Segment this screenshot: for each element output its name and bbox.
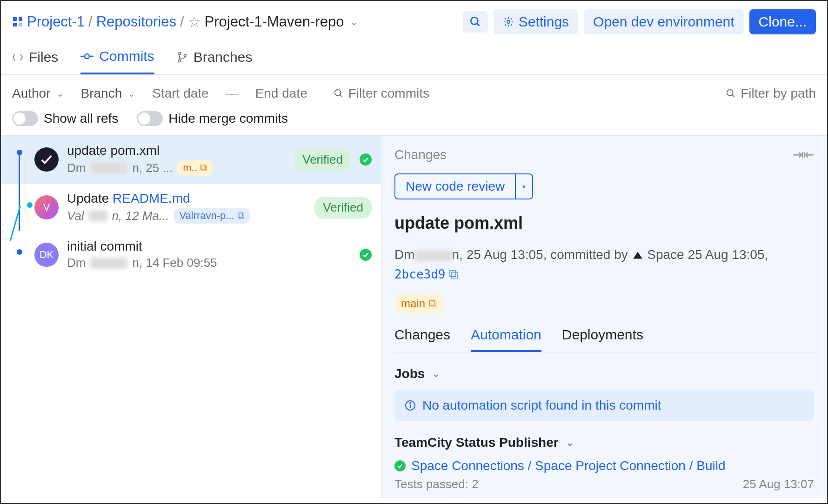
commit-item[interactable]: DK initial commit Dmn, 14 Feb 09:55 — [1, 232, 381, 278]
avatar: DK — [34, 243, 59, 267]
space-icon — [632, 250, 644, 262]
jobs-info-banner: No automation script found in this commi… — [394, 390, 814, 421]
toggles-row: Show all refs Hide merge commits — [1, 106, 827, 135]
breadcrumb-sep: / — [88, 13, 93, 30]
svg-point-10 — [178, 53, 180, 55]
new-code-review-button[interactable]: New code review — [394, 173, 516, 199]
breadcrumb-repositories[interactable]: Repositories — [96, 13, 176, 30]
svg-point-7 — [85, 54, 89, 59]
tests-passed: Tests passed: 2 — [394, 477, 479, 491]
svg-rect-0 — [13, 17, 17, 21]
gear-icon — [503, 16, 514, 27]
verified-badge: Verified — [294, 149, 351, 171]
tab-deployments[interactable]: Deployments — [562, 327, 643, 352]
hide-merge-toggle[interactable]: Hide merge commits — [137, 111, 288, 126]
branch-chip[interactable]: main⧉ — [394, 294, 443, 313]
commit-title: Update README.md — [67, 191, 306, 206]
open-dev-button[interactable]: Open dev environment — [584, 9, 744, 34]
breadcrumb-repo[interactable]: Project-1-Maven-repo — [205, 13, 344, 30]
svg-point-11 — [178, 60, 180, 62]
commit-item[interactable]: update pom.xml Dmn, 25 ... m..⧉ Verified — [1, 136, 381, 184]
tab-commits[interactable]: Commits — [80, 48, 154, 74]
info-icon — [405, 400, 416, 411]
breadcrumb-sep: / — [180, 13, 184, 30]
branch-chip[interactable]: Valrravn-p...⧉ — [174, 208, 250, 224]
search-button[interactable] — [463, 11, 488, 33]
filter-commits-input[interactable]: Filter commits — [334, 86, 429, 101]
svg-rect-2 — [13, 23, 17, 27]
repo-tabs: Files Commits Branches — [1, 43, 827, 75]
settings-button[interactable]: Settings — [494, 9, 578, 34]
chevron-down-icon: ⌄ — [566, 437, 574, 448]
status-success-icon — [394, 460, 406, 471]
branch-chip[interactable]: m..⧉ — [177, 160, 213, 176]
svg-line-14 — [340, 95, 342, 97]
commit-graph — [12, 184, 31, 231]
chevron-down-icon[interactable]: ⌄ — [350, 16, 358, 27]
status-success-icon — [360, 153, 372, 166]
project-icon — [12, 16, 23, 27]
star-icon[interactable]: ☆ — [188, 13, 201, 31]
svg-point-4 — [471, 17, 478, 24]
tab-files[interactable]: Files — [12, 48, 58, 74]
annotation-arrow — [381, 434, 381, 456]
commit-list: update pom.xml Dmn, 25 ... m..⧉ Verified… — [1, 136, 381, 498]
start-date-filter[interactable]: Start date — [152, 86, 208, 101]
search-icon — [334, 88, 344, 99]
copy-icon: ⧉ — [429, 297, 437, 310]
svg-point-12 — [184, 54, 186, 57]
teamcity-section-header[interactable]: TeamCity Status Publisher ⌄ — [394, 435, 814, 450]
commit-detail-title: update pom.xml — [394, 213, 814, 233]
filter-path-input[interactable]: Filter by path — [726, 86, 816, 101]
detail-tabs: Changes Automation Deployments — [394, 327, 814, 352]
filters-row: Author ⌄ Branch ⌄ Start date — End date … — [1, 75, 827, 106]
chevron-down-icon: ⌄ — [432, 368, 440, 379]
settings-label: Settings — [519, 14, 569, 30]
copy-icon[interactable]: ⧉ — [449, 265, 458, 284]
breadcrumb: Project-1 / Repositories / ☆ Project-1-M… — [12, 13, 358, 31]
svg-rect-1 — [19, 17, 22, 21]
clone-button[interactable]: Clone... — [749, 9, 816, 34]
jobs-section-header[interactable]: Jobs ⌄ — [394, 366, 814, 381]
search-icon — [726, 88, 736, 99]
svg-line-16 — [732, 95, 735, 97]
svg-line-5 — [477, 23, 479, 26]
tab-branches[interactable]: Branches — [177, 48, 253, 74]
header-bar: Project-1 / Repositories / ☆ Project-1-M… — [1, 1, 827, 43]
avatar: V — [34, 195, 59, 219]
show-all-refs-toggle[interactable]: Show all refs — [12, 111, 118, 126]
commit-graph — [12, 136, 31, 183]
commit-details-pane: Changes ⇥⇤ New code review ▾ update pom.… — [381, 136, 827, 498]
expand-icon[interactable]: ⇥⇤ — [793, 147, 814, 162]
commit-detail-meta: Dmn, 25 Aug 13:05, committed by Space 25… — [394, 245, 814, 284]
svg-point-19 — [410, 403, 411, 404]
tab-changes[interactable]: Changes — [394, 327, 450, 352]
files-icon — [12, 52, 23, 62]
breadcrumb-project[interactable]: Project-1 — [27, 13, 85, 30]
branch-filter[interactable]: Branch ⌄ — [81, 86, 136, 101]
copy-icon: ⧉ — [237, 210, 245, 222]
branches-icon — [177, 52, 188, 63]
verified-badge: Verified — [314, 197, 372, 219]
author-filter[interactable]: Author ⌄ — [12, 86, 64, 101]
status-success-icon — [360, 249, 372, 261]
commit-hash[interactable]: 2bce3d9 — [394, 267, 446, 281]
svg-point-6 — [507, 20, 510, 23]
commit-item[interactable]: V Update README.md Valn, 12 Ma... Valrra… — [1, 184, 381, 232]
commit-title: initial commit — [67, 239, 351, 254]
svg-point-13 — [334, 90, 341, 96]
commit-graph — [12, 232, 31, 278]
svg-rect-3 — [19, 23, 22, 27]
svg-point-15 — [727, 90, 733, 96]
details-header: Changes — [394, 147, 447, 162]
avatar — [34, 147, 59, 172]
review-dropdown-button[interactable]: ▾ — [516, 173, 533, 199]
commit-title: update pom.xml — [67, 143, 286, 158]
tab-automation[interactable]: Automation — [471, 327, 541, 352]
copy-icon: ⧉ — [200, 162, 207, 174]
commits-icon — [80, 51, 93, 61]
build-time: 25 Aug 13:07 — [743, 477, 814, 491]
build-status-link[interactable]: Space Connections / Space Project Connec… — [394, 458, 814, 473]
end-date-filter[interactable]: End date — [255, 86, 307, 101]
